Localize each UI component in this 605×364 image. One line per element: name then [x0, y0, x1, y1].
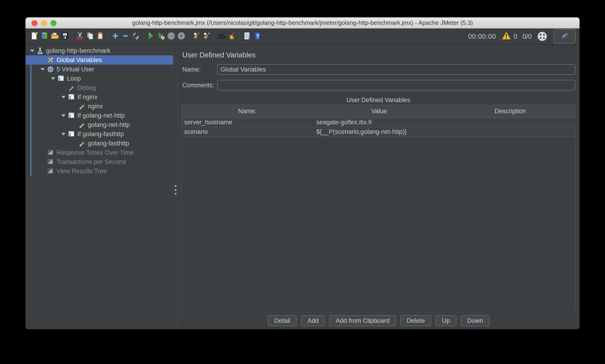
- expand-toggle-icon[interactable]: [49, 77, 57, 80]
- new-button[interactable]: [29, 30, 39, 42]
- delete-button[interactable]: Delete: [400, 315, 431, 326]
- column-header-description: Description: [445, 105, 575, 118]
- name-input[interactable]: Global Variables: [217, 64, 575, 75]
- variables-table: Name:ValueDescription server_hostnamesea…: [181, 105, 575, 137]
- toolbar-separator: [143, 31, 143, 41]
- test-plan-icon: [36, 47, 44, 54]
- table-cell[interactable]: [445, 118, 575, 127]
- open-button[interactable]: [50, 30, 60, 42]
- tree-node-if-golang-fasthttp[interactable]: If golang-fasthttp: [26, 130, 173, 139]
- tree-node-label: Debug: [77, 84, 96, 91]
- controller-icon: [57, 75, 65, 82]
- up-button[interactable]: Up: [435, 315, 457, 326]
- tree-node-golang-net-http[interactable]: golang-net-http: [26, 120, 173, 130]
- table-cell[interactable]: ${__P(scenario,golang-net-http)}: [313, 127, 445, 137]
- controller-icon: [67, 130, 75, 138]
- tree-node-golang-http-benchmark[interactable]: golang-http-benchmark: [26, 46, 173, 55]
- remote-stop-icon[interactable]: [537, 31, 548, 42]
- controller-icon: [67, 112, 75, 119]
- toolbar-separator: [189, 31, 189, 41]
- tree-node-transactions-per-second[interactable]: Transactions per Second: [26, 157, 173, 167]
- table-cell[interactable]: [445, 127, 575, 137]
- templates-button[interactable]: [39, 30, 50, 42]
- comments-input[interactable]: [217, 80, 575, 91]
- desktop: golang-http-benchmark.jmx (/Users/nicola…: [0, 0, 605, 364]
- search-reset-button[interactable]: [227, 30, 237, 42]
- elapsed-timer: 00:00:00: [468, 33, 496, 40]
- expand-toggle-icon[interactable]: [39, 68, 47, 71]
- tree-rows: golang-http-benchmarkGlobal Variables5 V…: [26, 46, 173, 176]
- tree-node-5-virtual-user[interactable]: 5 Virtual User: [26, 65, 173, 74]
- table-cell[interactable]: seagate-goflex.itix.fr: [313, 118, 445, 127]
- table-cell[interactable]: server_hostname: [181, 118, 313, 127]
- new-icon: [30, 32, 39, 41]
- column-header-name: Name:: [181, 105, 313, 118]
- tree-node-nginx[interactable]: nginx: [26, 102, 173, 111]
- clear-all-icon: [202, 32, 211, 41]
- jmeter-logo-button[interactable]: [553, 29, 576, 43]
- add-button[interactable]: Add: [301, 315, 325, 326]
- tree-node-label: nginx: [88, 103, 103, 110]
- tree-node-label: If golang-fasthttp: [77, 130, 124, 138]
- tree-node-label: golang-net-http: [88, 121, 130, 129]
- minimize-button[interactable]: [41, 20, 47, 26]
- templates-icon: [40, 32, 49, 41]
- detail-button[interactable]: Detail: [268, 315, 297, 326]
- table-action-buttons: DetailAddAdd from ClipboardDeleteUpDown: [178, 315, 579, 326]
- down-button[interactable]: Down: [461, 315, 490, 326]
- tree-node-debug[interactable]: Debug: [26, 83, 173, 92]
- tree-node-if-nginx[interactable]: If nginx: [26, 92, 173, 102]
- start-button[interactable]: [146, 30, 156, 42]
- table-row: server_hostnameseagate-goflex.itix.fr: [181, 118, 575, 127]
- expand-toggle-icon[interactable]: [60, 133, 67, 135]
- toggle-button[interactable]: [131, 30, 141, 42]
- name-label: Name:: [182, 64, 201, 75]
- clear-button[interactable]: [191, 30, 201, 42]
- zoom-button[interactable]: [51, 20, 56, 26]
- tree-node-response-times-over-time[interactable]: Response Times Over Time: [26, 148, 173, 157]
- search-button[interactable]: [217, 30, 227, 42]
- clear-icon: [192, 32, 201, 41]
- start-no-pauses-button[interactable]: [156, 30, 166, 42]
- test-plan-tree: golang-http-benchmarkGlobal Variables5 V…: [26, 45, 173, 329]
- thread-counter: 0/0: [523, 33, 532, 40]
- tree-node-label: golang-fasthttp: [88, 140, 129, 147]
- copy-icon: [86, 32, 94, 41]
- help-button[interactable]: ?: [252, 30, 262, 42]
- paste-button[interactable]: [95, 30, 105, 42]
- toolbar: STOP? 00:00:00 0 0/0: [26, 28, 579, 45]
- toolbar-separator: [214, 31, 214, 41]
- column-header-value: Value: [313, 105, 445, 118]
- stop-icon: STOP: [167, 32, 175, 41]
- log-errors-indicator[interactable]: 0: [501, 31, 517, 42]
- clear-all-button[interactable]: [201, 30, 212, 42]
- tree-node-if-golang-net-http[interactable]: If golang-net-http: [26, 111, 173, 120]
- titlebar[interactable]: golang-http-benchmark.jmx (/Users/nicola…: [26, 17, 579, 28]
- toolbar-buttons: STOP?: [29, 30, 262, 42]
- stop-button: STOP: [166, 30, 176, 42]
- expand-toggle-icon[interactable]: [60, 96, 67, 98]
- listener-icon: [47, 168, 54, 175]
- expand-toggle-icon[interactable]: [60, 114, 67, 117]
- toolbar-separator: [239, 31, 239, 41]
- tree-node-label: Loop: [67, 75, 81, 82]
- thread-group-icon: [47, 66, 54, 73]
- collapse-all-button[interactable]: [120, 30, 131, 42]
- save-button[interactable]: [60, 30, 70, 42]
- tree-node-loop[interactable]: Loop: [26, 74, 173, 83]
- expand-all-icon: [111, 32, 119, 41]
- copy-button[interactable]: [85, 30, 95, 42]
- expand-toggle-icon[interactable]: [28, 50, 36, 52]
- function-helper-button[interactable]: [242, 30, 252, 42]
- add-from-clipboard-button[interactable]: Add from Clipboard: [329, 315, 396, 326]
- expand-all-button[interactable]: [110, 30, 120, 42]
- close-button[interactable]: [31, 20, 38, 26]
- tree-node-golang-fasthttp[interactable]: golang-fasthttp: [26, 139, 173, 148]
- split-pane-divider[interactable]: [173, 45, 178, 329]
- tree-node-label: View Results Tree: [56, 168, 107, 175]
- tree-node-global-variables[interactable]: Global Variables: [26, 55, 173, 65]
- tree-node-view-results-tree[interactable]: View Results Tree: [26, 167, 173, 176]
- tree-node-label: 5 Virtual User: [56, 66, 94, 73]
- table-cell[interactable]: scenario: [181, 127, 313, 137]
- cut-button[interactable]: [75, 30, 85, 42]
